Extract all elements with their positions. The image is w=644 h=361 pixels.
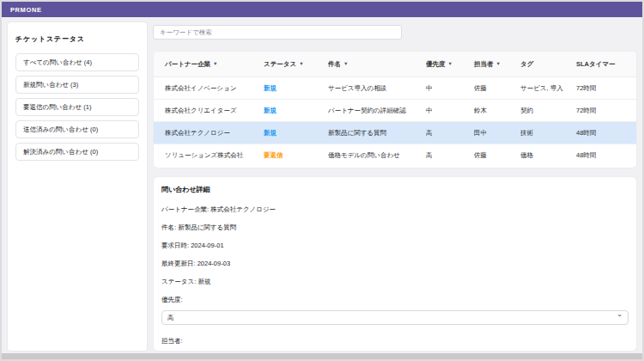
column-header-sla-timer: SLAタイマー bbox=[576, 60, 636, 69]
priority-label: 優先度: bbox=[161, 296, 629, 304]
sort-icon: ▼ bbox=[213, 61, 217, 66]
sidebar-item-resolved[interactable]: 解決済みの問い合わせ (0) bbox=[15, 143, 139, 161]
cell-partner: ソリューションズ株式会社 bbox=[154, 151, 264, 160]
cell-tags: サービス, 導入 bbox=[520, 84, 576, 93]
ticket-status-sidebar: チケットステータス すべての問い合わせ (4) 新規問い合わせ (3) 要返信の… bbox=[7, 21, 148, 352]
window-bottom-edge bbox=[2, 353, 642, 359]
table-header-row: パートナー企業▼ ステータス▼ 件名▼ 優先度▼ 担当者▼ タグ bbox=[154, 52, 636, 77]
sidebar-item-new-inquiries[interactable]: 新規問い合わせ (3) bbox=[15, 76, 139, 94]
detail-subject: 件名: 新製品に関する質問 bbox=[161, 223, 629, 232]
sort-icon: ▼ bbox=[299, 61, 303, 66]
cell-subject: パートナー契約の詳細確認 bbox=[328, 107, 426, 115]
table-row-selected[interactable]: 株式会社テクノロジー 新規 新製品に関する質問 高 田中 技術 48時間 bbox=[154, 122, 636, 144]
column-header-assignee[interactable]: 担当者▼ bbox=[474, 60, 520, 69]
detail-partner: パートナー企業: 株式会社テクノロジー bbox=[161, 205, 629, 214]
priority-select[interactable]: 高 bbox=[161, 310, 629, 325]
cell-sla-timer: 48時間 bbox=[576, 151, 636, 160]
column-header-partner[interactable]: パートナー企業▼ bbox=[154, 60, 264, 69]
table-row[interactable]: ソリューションズ株式会社 要返信 価格モデルの問い合わせ 高 佐藤 価格 48時… bbox=[154, 144, 636, 167]
sidebar-item-sent[interactable]: 送信済みの問い合わせ (0) bbox=[15, 120, 139, 138]
column-header-status[interactable]: ステータス▼ bbox=[264, 60, 328, 69]
cell-priority: 高 bbox=[426, 151, 474, 160]
inquiry-table: パートナー企業▼ ステータス▼ 件名▼ 優先度▼ 担当者▼ タグ bbox=[153, 51, 637, 168]
cell-partner: 株式会社テクノロジー bbox=[154, 129, 264, 138]
cell-partner: 株式会社イノベーション bbox=[154, 84, 264, 93]
cell-subject: 価格モデルの問い合わせ bbox=[328, 151, 426, 160]
app-window: PRMONE チケットステータス すべての問い合わせ (4) 新規問い合わせ (… bbox=[0, 0, 644, 361]
cell-tags: 技術 bbox=[520, 129, 576, 138]
cell-assignee: 佐藤 bbox=[474, 151, 520, 160]
cell-sla-timer: 48時間 bbox=[576, 129, 636, 138]
sort-icon: ▼ bbox=[496, 61, 501, 66]
cell-status: 新規 bbox=[264, 107, 328, 115]
inquiry-detail-panel: 問い合わせ詳細 パートナー企業: 株式会社テクノロジー 件名: 新製品に関する質… bbox=[153, 176, 637, 352]
column-header-subject[interactable]: 件名▼ bbox=[328, 60, 426, 69]
cell-tags: 価格 bbox=[520, 151, 576, 160]
sort-icon: ▼ bbox=[343, 61, 348, 66]
cell-status: 新規 bbox=[264, 129, 328, 138]
cell-priority: 中 bbox=[426, 84, 474, 93]
table-row[interactable]: 株式会社イノベーション 新規 サービス導入の相談 中 佐藤 サービス, 導入 7… bbox=[154, 77, 636, 100]
cell-priority: 中 bbox=[426, 107, 474, 115]
brand-logo: PRMONE bbox=[10, 6, 42, 14]
cell-assignee: 田中 bbox=[474, 129, 520, 138]
cell-status: 新規 bbox=[264, 84, 328, 93]
column-header-tags: タグ bbox=[520, 60, 576, 69]
sidebar-item-reply-needed[interactable]: 要返信の問い合わせ (1) bbox=[15, 98, 139, 116]
column-header-priority[interactable]: 優先度▼ bbox=[426, 60, 474, 69]
top-navbar: PRMONE bbox=[2, 2, 642, 17]
keyword-search-input[interactable] bbox=[153, 25, 402, 40]
detail-status: ステータス: 新規 bbox=[161, 278, 629, 286]
cell-subject: 新製品に関する質問 bbox=[328, 129, 426, 138]
cell-subject: サービス導入の相談 bbox=[328, 84, 426, 93]
detail-updated-date: 最終更新日: 2024-09-03 bbox=[161, 260, 629, 268]
cell-sla-timer: 72時間 bbox=[576, 84, 636, 93]
sort-icon: ▼ bbox=[448, 61, 453, 66]
sidebar-item-label: 解決済みの問い合わせ (0) bbox=[23, 148, 98, 156]
detail-title: 問い合わせ詳細 bbox=[161, 185, 629, 194]
sidebar-item-all-inquiries[interactable]: すべての問い合わせ (4) bbox=[15, 53, 139, 71]
assignee-label: 担当者: bbox=[161, 337, 629, 346]
sidebar-item-label: すべての問い合わせ (4) bbox=[23, 58, 92, 67]
cell-assignee: 佐藤 bbox=[474, 84, 520, 93]
main-content: パートナー企業▼ ステータス▼ 件名▼ 優先度▼ 担当者▼ タグ bbox=[153, 21, 637, 352]
cell-status: 要返信 bbox=[264, 151, 328, 160]
cell-priority: 高 bbox=[426, 129, 474, 138]
table-row[interactable]: 株式会社クリエイターズ 新規 パートナー契約の詳細確認 中 鈴木 契約 72時間 bbox=[154, 100, 636, 122]
cell-assignee: 鈴木 bbox=[474, 107, 520, 115]
sidebar-item-label: 送信済みの問い合わせ (0) bbox=[23, 125, 98, 134]
cell-sla-timer: 72時間 bbox=[576, 107, 636, 115]
sidebar-title: チケットステータス bbox=[15, 34, 139, 44]
sidebar-item-label: 要返信の問い合わせ (1) bbox=[23, 103, 91, 112]
cell-partner: 株式会社クリエイターズ bbox=[154, 107, 264, 115]
detail-requested-date: 要求日時: 2024-09-01 bbox=[161, 242, 629, 250]
sidebar-item-label: 新規問い合わせ (3) bbox=[23, 81, 78, 89]
cell-tags: 契約 bbox=[520, 107, 576, 115]
